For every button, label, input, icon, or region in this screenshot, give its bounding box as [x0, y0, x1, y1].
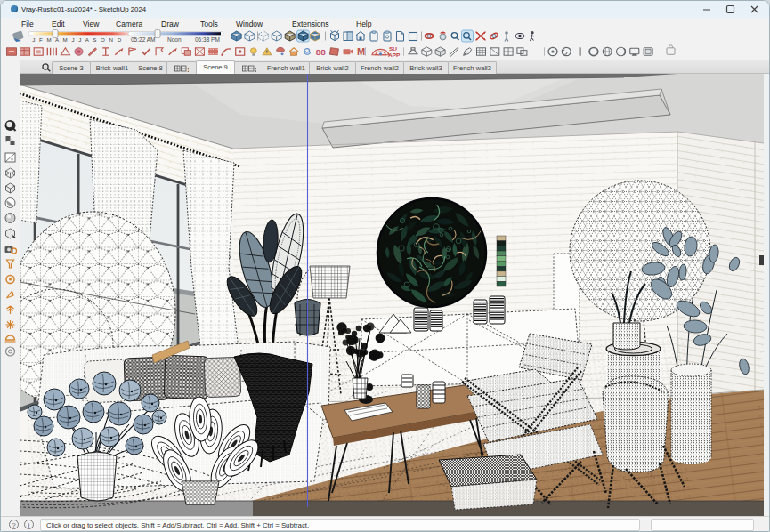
svg-text:Noon: Noon — [167, 36, 182, 43]
svg-text:M: M — [357, 46, 365, 57]
svg-text:J F M A M J J A S O N D: J F M A M J J A S O N D — [32, 36, 123, 43]
svg-text:2: 2 — [255, 67, 256, 73]
svg-text:05:22 AM: 05:22 AM — [131, 36, 155, 43]
svg-text:1: 1 — [187, 67, 189, 73]
svg-text:06:38 PM: 06:38 PM — [195, 36, 220, 43]
svg-text:APP: APP — [388, 52, 400, 58]
svg-text:88: 88 — [316, 47, 327, 57]
